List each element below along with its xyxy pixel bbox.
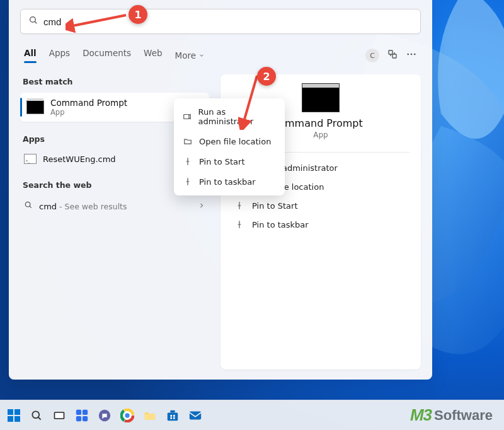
svg-line-15 — [243, 76, 257, 124]
action-pin-to-taskbar[interactable]: Pin to taskbar — [232, 216, 410, 233]
svg-rect-33 — [170, 415, 172, 417]
chevron-down-icon — [198, 52, 205, 59]
pin-icon — [183, 156, 193, 166]
folder-icon — [183, 136, 193, 146]
tab-web[interactable]: Web — [144, 48, 162, 63]
watermark-brand: M3 — [410, 405, 432, 425]
chrome-icon[interactable] — [118, 407, 136, 424]
pin-icon — [234, 219, 244, 230]
tab-documents[interactable]: Documents — [83, 48, 131, 63]
action-pin-to-start[interactable]: Pin to Start — [232, 197, 410, 214]
annotation-badge-1: 1 — [129, 5, 147, 24]
best-match-title: Command Prompt — [50, 98, 127, 108]
svg-rect-4 — [392, 54, 396, 58]
tab-more[interactable]: More — [175, 48, 205, 63]
more-options-icon[interactable] — [406, 49, 417, 62]
ctx-label: Pin to taskbar — [199, 177, 256, 187]
ctx-pin-to-start[interactable]: Pin to Start — [174, 151, 285, 171]
ctx-label: Run as administrator — [198, 107, 276, 126]
watermark-text: Software — [434, 407, 493, 424]
start-search-panel: All Apps Documents Web More C Best match — [9, 0, 432, 380]
search-icon — [28, 15, 38, 28]
task-view-button[interactable] — [50, 407, 68, 424]
user-avatar[interactable]: C — [365, 49, 379, 62]
ctx-run-as-admin[interactable]: Run as administrator — [174, 102, 285, 131]
web-result-hint: - See web results — [57, 202, 127, 211]
chevron-right-icon — [198, 200, 205, 212]
svg-rect-21 — [83, 409, 88, 414]
svg-point-1 — [30, 17, 36, 23]
best-match-label: Best match — [23, 77, 209, 86]
svg-rect-30 — [145, 414, 156, 419]
app-result-title: ResetWUEng.cmd — [43, 154, 116, 164]
svg-rect-13 — [184, 115, 189, 119]
ctx-label: Pin to Start — [199, 157, 244, 166]
window-controls-icon[interactable] — [387, 49, 398, 62]
svg-point-8 — [411, 54, 413, 55]
svg-rect-34 — [173, 415, 175, 417]
svg-rect-37 — [190, 411, 201, 419]
chat-button[interactable] — [96, 407, 113, 424]
filter-tabs-row: All Apps Documents Web More C — [20, 48, 421, 63]
ctx-open-file-location[interactable]: Open file location — [174, 131, 285, 151]
svg-point-29 — [125, 413, 129, 417]
tab-apps[interactable]: Apps — [49, 48, 70, 63]
pin-icon — [183, 177, 193, 187]
svg-point-7 — [407, 54, 409, 55]
svg-line-11 — [30, 206, 32, 208]
svg-rect-32 — [170, 410, 175, 412]
web-result-query: cmd — [39, 202, 57, 211]
widgets-button[interactable] — [73, 407, 91, 424]
search-icon — [24, 200, 33, 212]
svg-rect-35 — [170, 417, 172, 419]
web-result-item[interactable]: cmd - See web results — [20, 196, 209, 216]
ctx-pin-to-taskbar[interactable]: Pin to taskbar — [174, 171, 285, 192]
cmd-file-icon: >_ — [24, 154, 37, 164]
svg-line-14 — [69, 15, 126, 26]
svg-line-2 — [35, 21, 37, 23]
header-icons: C — [365, 49, 417, 62]
svg-rect-19 — [55, 412, 63, 417]
tab-all[interactable]: All — [24, 48, 37, 63]
tab-more-label: More — [175, 50, 196, 61]
action-label: Pin to taskbar — [252, 220, 309, 230]
annotation-arrow-1 — [66, 13, 129, 34]
admin-icon — [183, 112, 192, 122]
svg-line-17 — [38, 417, 41, 419]
svg-rect-23 — [83, 415, 88, 421]
pin-icon — [234, 200, 244, 211]
file-explorer-icon[interactable] — [141, 407, 159, 424]
command-prompt-large-icon — [302, 83, 340, 112]
microsoft-store-icon[interactable] — [164, 407, 181, 424]
action-label: Pin to Start — [252, 201, 297, 211]
svg-rect-20 — [76, 409, 81, 414]
svg-rect-31 — [168, 412, 178, 421]
best-match-subtitle: App — [50, 108, 127, 117]
command-prompt-icon — [26, 100, 44, 114]
svg-point-16 — [32, 411, 39, 418]
taskbar-search-button[interactable] — [28, 407, 45, 424]
svg-rect-22 — [76, 415, 81, 421]
start-button[interactable] — [5, 407, 23, 424]
ctx-label: Open file location — [199, 137, 271, 146]
svg-point-10 — [25, 202, 30, 207]
annotation-badge-2: 2 — [257, 67, 276, 86]
context-menu: Run as administrator Open file location … — [174, 98, 285, 195]
svg-point-9 — [414, 54, 416, 55]
svg-rect-36 — [173, 417, 175, 419]
watermark: M3 Software — [410, 405, 493, 425]
mail-icon[interactable] — [186, 407, 204, 424]
svg-rect-3 — [389, 50, 392, 54]
